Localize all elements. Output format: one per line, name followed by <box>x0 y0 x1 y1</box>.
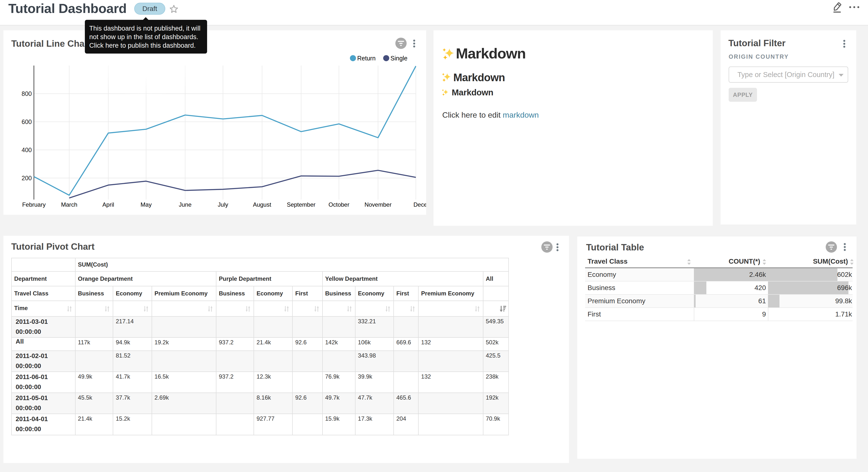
svg-text:600: 600 <box>22 118 32 125</box>
svg-text:Single: Single <box>391 55 408 62</box>
svg-text:Return: Return <box>357 55 376 62</box>
svg-text:August: August <box>253 201 271 208</box>
svg-text:400: 400 <box>22 147 32 153</box>
svg-text:200: 200 <box>22 175 32 181</box>
svg-text:June: June <box>179 201 191 208</box>
svg-text:February: February <box>22 201 46 208</box>
svg-text:July: July <box>218 201 228 208</box>
svg-text:March: March <box>61 201 78 208</box>
svg-text:September: September <box>287 201 315 208</box>
svg-text:Dece: Dece <box>413 201 426 208</box>
svg-text:October: October <box>329 201 349 208</box>
svg-text:800: 800 <box>22 90 32 97</box>
svg-text:April: April <box>102 201 114 208</box>
svg-text:November: November <box>365 201 392 208</box>
svg-text:May: May <box>141 201 152 208</box>
